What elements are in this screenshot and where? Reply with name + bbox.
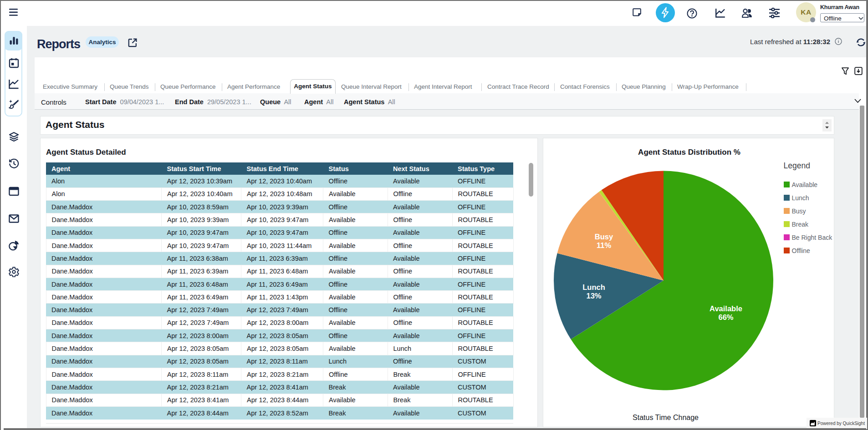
svg-text:Lunch: Lunch [582, 283, 605, 291]
svg-text:11%: 11% [597, 241, 611, 249]
svg-text:66%: 66% [718, 313, 733, 321]
svg-text:13%: 13% [586, 292, 601, 300]
svg-text:Busy: Busy [595, 233, 613, 241]
svg-text:Available: Available [710, 304, 742, 313]
